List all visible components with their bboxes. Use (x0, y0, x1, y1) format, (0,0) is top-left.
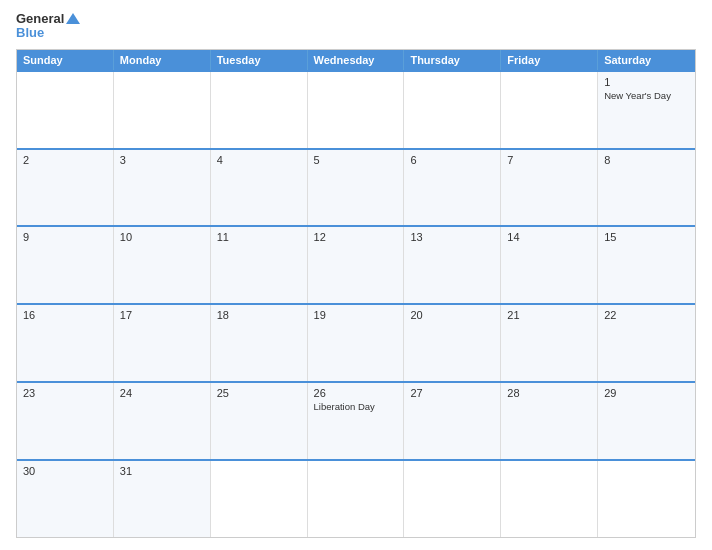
calendar-cell: 23 (17, 383, 114, 459)
calendar-week-3: 9101112131415 (17, 225, 695, 303)
day-header-sunday: Sunday (17, 50, 114, 70)
calendar-cell: 7 (501, 150, 598, 226)
day-header-thursday: Thursday (404, 50, 501, 70)
day-number: 7 (507, 154, 591, 166)
calendar-cell: 14 (501, 227, 598, 303)
calendar-cell: 3 (114, 150, 211, 226)
day-number: 2 (23, 154, 107, 166)
calendar-week-6: 3031 (17, 459, 695, 537)
calendar-cell: 21 (501, 305, 598, 381)
day-header-friday: Friday (501, 50, 598, 70)
logo-general-text: General (16, 12, 80, 26)
calendar-week-2: 2345678 (17, 148, 695, 226)
day-number: 27 (410, 387, 494, 399)
calendar-cell: 18 (211, 305, 308, 381)
day-header-wednesday: Wednesday (308, 50, 405, 70)
day-number: 20 (410, 309, 494, 321)
calendar: SundayMondayTuesdayWednesdayThursdayFrid… (16, 49, 696, 538)
calendar-cell: 10 (114, 227, 211, 303)
day-number: 29 (604, 387, 689, 399)
day-number: 4 (217, 154, 301, 166)
calendar-cell: 30 (17, 461, 114, 537)
calendar-week-5: 23242526Liberation Day272829 (17, 381, 695, 459)
calendar-cell: 15 (598, 227, 695, 303)
calendar-cell: 29 (598, 383, 695, 459)
calendar-cell: 17 (114, 305, 211, 381)
calendar-week-4: 16171819202122 (17, 303, 695, 381)
day-number: 31 (120, 465, 204, 477)
logo-triangle-icon (66, 13, 80, 24)
day-number: 30 (23, 465, 107, 477)
calendar-cell: 25 (211, 383, 308, 459)
day-number: 1 (604, 76, 689, 88)
calendar-cell: 1New Year's Day (598, 72, 695, 148)
day-number: 3 (120, 154, 204, 166)
day-number: 16 (23, 309, 107, 321)
day-number: 13 (410, 231, 494, 243)
calendar-cell (114, 72, 211, 148)
logo-blue-text: Blue (16, 26, 80, 40)
calendar-cell (308, 72, 405, 148)
day-number: 26 (314, 387, 398, 399)
calendar-cell (501, 72, 598, 148)
calendar-cell: 6 (404, 150, 501, 226)
calendar-cell (211, 461, 308, 537)
calendar-cell: 5 (308, 150, 405, 226)
day-header-saturday: Saturday (598, 50, 695, 70)
day-number: 14 (507, 231, 591, 243)
calendar-cell: 12 (308, 227, 405, 303)
calendar-cell: 26Liberation Day (308, 383, 405, 459)
day-header-tuesday: Tuesday (211, 50, 308, 70)
calendar-cell (404, 461, 501, 537)
calendar-week-1: 1New Year's Day (17, 70, 695, 148)
calendar-cell (17, 72, 114, 148)
calendar-cell: 19 (308, 305, 405, 381)
calendar-cell (598, 461, 695, 537)
calendar-cell (308, 461, 405, 537)
holiday-name: New Year's Day (604, 90, 689, 102)
day-number: 17 (120, 309, 204, 321)
day-number: 15 (604, 231, 689, 243)
calendar-cell (211, 72, 308, 148)
calendar-body: 1New Year's Day2345678910111213141516171… (17, 70, 695, 537)
day-number: 8 (604, 154, 689, 166)
day-number: 9 (23, 231, 107, 243)
calendar-cell (404, 72, 501, 148)
calendar-cell: 27 (404, 383, 501, 459)
holiday-name: Liberation Day (314, 401, 398, 413)
header: General Blue (16, 12, 696, 41)
calendar-cell: 4 (211, 150, 308, 226)
calendar-cell: 13 (404, 227, 501, 303)
day-number: 21 (507, 309, 591, 321)
day-number: 22 (604, 309, 689, 321)
calendar-cell: 24 (114, 383, 211, 459)
day-number: 18 (217, 309, 301, 321)
calendar-header-row: SundayMondayTuesdayWednesdayThursdayFrid… (17, 50, 695, 70)
day-number: 28 (507, 387, 591, 399)
day-header-monday: Monday (114, 50, 211, 70)
calendar-cell: 16 (17, 305, 114, 381)
day-number: 5 (314, 154, 398, 166)
calendar-cell (501, 461, 598, 537)
day-number: 19 (314, 309, 398, 321)
day-number: 11 (217, 231, 301, 243)
day-number: 12 (314, 231, 398, 243)
calendar-cell: 20 (404, 305, 501, 381)
calendar-cell: 28 (501, 383, 598, 459)
logo: General Blue (16, 12, 80, 41)
day-number: 25 (217, 387, 301, 399)
day-number: 10 (120, 231, 204, 243)
calendar-cell: 11 (211, 227, 308, 303)
calendar-cell: 8 (598, 150, 695, 226)
calendar-cell: 22 (598, 305, 695, 381)
day-number: 6 (410, 154, 494, 166)
calendar-cell: 31 (114, 461, 211, 537)
day-number: 23 (23, 387, 107, 399)
calendar-cell: 9 (17, 227, 114, 303)
day-number: 24 (120, 387, 204, 399)
calendar-page: General Blue SundayMondayTuesdayWednesda… (0, 0, 712, 550)
calendar-cell: 2 (17, 150, 114, 226)
